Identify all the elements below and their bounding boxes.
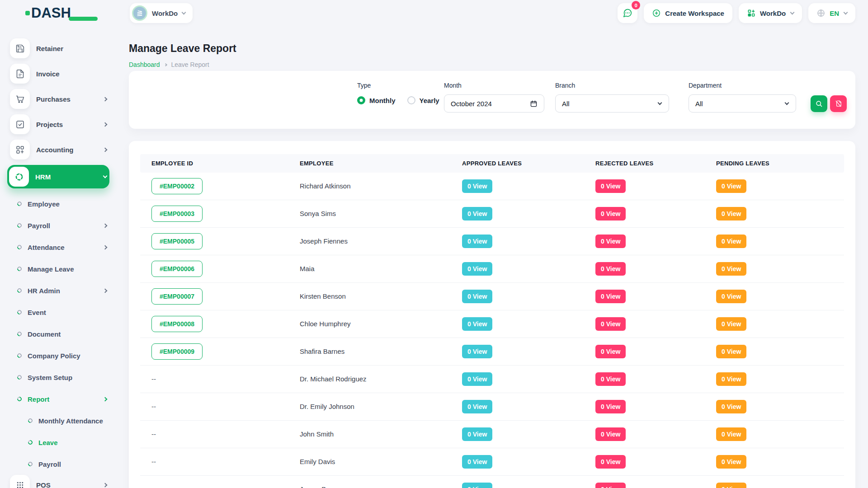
app-switcher-button[interactable]: WorkDo (739, 3, 802, 23)
topbar: DASH WorkDo 0 Create Workspace WorkDo EN (0, 0, 868, 26)
pending-leaves-view-badge[interactable]: 0 View (716, 483, 746, 488)
sidebar-subitem-payroll[interactable]: Payroll (0, 453, 109, 475)
rejected-leaves-view-badge[interactable]: 0 View (595, 207, 626, 221)
employee-id-badge[interactable]: #EMP00007 (151, 288, 203, 305)
rejected-leaves-view-badge[interactable]: 0 View (595, 290, 626, 303)
breadcrumb-dashboard-link[interactable]: Dashboard (129, 61, 160, 68)
employee-id-badge[interactable]: #EMP00009 (151, 343, 203, 360)
search-button[interactable] (811, 95, 827, 112)
table-row: #EMP00008Chloe Humphrey0 View0 View0 Vie… (140, 310, 844, 338)
pending-leaves-view-badge[interactable]: 0 View (716, 179, 746, 193)
sidebar-item-pos[interactable]: POS (10, 475, 109, 488)
rejected-leaves-view-badge[interactable]: 0 View (595, 400, 626, 413)
rejected-leaves-view-badge[interactable]: 0 View (595, 455, 626, 469)
yearly-radio-option[interactable]: Yearly (407, 96, 439, 104)
sidebar-subitem-company-policy[interactable]: Company Policy (0, 345, 109, 366)
employee-id-badge[interactable]: #EMP00005 (151, 233, 203, 249)
monthly-radio-option[interactable]: Monthly (357, 96, 396, 104)
approved-leaves-view-badge[interactable]: 0 View (462, 427, 492, 441)
chevron-right-icon (103, 483, 108, 487)
rejected-leaves-view-badge[interactable]: 0 View (595, 345, 626, 358)
chevron-down-icon (103, 174, 108, 178)
sidebar-subitem-hr-admin[interactable]: HR Admin (0, 280, 109, 301)
approved-leaves-view-badge[interactable]: 0 View (462, 235, 492, 248)
sidebar-subitem-system-setup[interactable]: System Setup (0, 366, 109, 388)
sidebar-subitem-event[interactable]: Event (0, 301, 109, 323)
rejected-leaves-view-badge[interactable]: 0 View (595, 317, 626, 331)
employee-name: Kirsten Benson (300, 292, 346, 300)
rejected-leaves-view-badge[interactable]: 0 View (595, 372, 626, 386)
create-workspace-button[interactable]: Create Workspace (644, 3, 732, 23)
search-icon (815, 100, 823, 108)
logo-text: DASH (31, 6, 71, 20)
pending-leaves-view-badge[interactable]: 0 View (716, 372, 746, 386)
bullet-icon (16, 309, 23, 315)
approved-leaves-view-badge[interactable]: 0 View (462, 179, 492, 193)
language-button[interactable]: EN (808, 3, 855, 23)
bullet-icon (16, 352, 23, 359)
sidebar-subitem-monthly-attendance[interactable]: Monthly Attendance (0, 410, 109, 432)
employee-id-badge[interactable]: #EMP00002 (151, 178, 203, 194)
employee-name: Joseph Fiennes (300, 237, 348, 245)
pending-leaves-view-badge[interactable]: 0 View (716, 235, 746, 248)
pending-leaves-view-badge[interactable]: 0 View (716, 207, 746, 221)
employee-id-badge[interactable]: #EMP00008 (151, 316, 203, 332)
approved-leaves-view-badge[interactable]: 0 View (462, 455, 492, 469)
employee-id-badge[interactable]: #EMP00003 (151, 206, 203, 222)
table-row: --Emily Davis0 View0 View0 View (140, 448, 844, 476)
reset-filter-button[interactable] (830, 95, 847, 112)
approved-leaves-view-badge[interactable]: 0 View (462, 345, 492, 358)
file-off-icon (835, 100, 842, 108)
sidebar-subitem-manage-leave[interactable]: Manage Leave (0, 258, 109, 280)
approved-leaves-view-badge[interactable]: 0 View (462, 262, 492, 276)
workspace-name: WorkDo (152, 9, 178, 17)
department-select[interactable]: All (689, 94, 796, 113)
rejected-leaves-view-badge[interactable]: 0 View (595, 483, 626, 488)
table-row: #EMP00002Richard Atkinson0 View0 View0 V… (140, 173, 844, 200)
sidebar-item-invoice[interactable]: Invoice (10, 64, 109, 84)
rejected-leaves-view-badge[interactable]: 0 View (595, 179, 626, 193)
sidebar-subitem-leave[interactable]: Leave (0, 432, 109, 453)
pending-leaves-view-badge[interactable]: 0 View (716, 262, 746, 276)
approved-leaves-view-badge[interactable]: 0 View (462, 400, 492, 413)
approved-leaves-view-badge[interactable]: 0 View (462, 290, 492, 303)
sidebar-subitem-attendance[interactable]: Attendance (0, 236, 109, 258)
dash-logo[interactable]: DASH (25, 6, 71, 20)
chevron-right-icon (103, 223, 108, 228)
pending-leaves-view-badge[interactable]: 0 View (716, 345, 746, 358)
sidebar-subitem-payroll[interactable]: Payroll (0, 215, 109, 236)
pending-leaves-view-badge[interactable]: 0 View (716, 400, 746, 413)
sidebar-item-accounting[interactable]: Accounting (10, 140, 109, 160)
rejected-leaves-view-badge[interactable]: 0 View (595, 262, 626, 276)
approved-leaves-view-badge[interactable]: 0 View (462, 483, 492, 488)
sidebar-subitem-report[interactable]: Report (0, 388, 109, 410)
sidebar-subitem-document[interactable]: Document (0, 323, 109, 345)
approved-leaves-view-badge[interactable]: 0 View (462, 317, 492, 331)
pending-leaves-view-badge[interactable]: 0 View (716, 290, 746, 303)
sidebar-item-hrm[interactable]: HRM (7, 165, 109, 188)
employee-id-badge[interactable]: #EMP00006 (151, 261, 203, 277)
pending-leaves-view-badge[interactable]: 0 View (716, 455, 746, 469)
approved-leaves-view-badge[interactable]: 0 View (462, 372, 492, 386)
sidebar-item-purchases[interactable]: Purchases (10, 89, 109, 109)
table-row: --Dr. Emily Johnson0 View0 View0 View (140, 393, 844, 421)
employee-id-empty: -- (151, 375, 156, 383)
column-header-employee-id: EMPLOYEE ID (140, 160, 288, 167)
branch-filter-group: Branch All (555, 82, 669, 113)
branch-select[interactable]: All (555, 94, 669, 113)
pending-leaves-view-badge[interactable]: 0 View (716, 427, 746, 441)
messages-button[interactable]: 0 (618, 3, 637, 23)
employee-id-empty: -- (151, 430, 156, 438)
chevron-down-icon (790, 10, 795, 15)
month-date-input[interactable]: October 2024 (444, 94, 544, 113)
rejected-leaves-view-badge[interactable]: 0 View (595, 235, 626, 248)
sidebar-subitem-employee[interactable]: Employee (0, 193, 109, 215)
rejected-leaves-view-badge[interactable]: 0 View (595, 427, 626, 441)
employee-name: Sonya Sims (300, 210, 336, 217)
month-label: Month (444, 82, 544, 89)
sidebar-item-projects[interactable]: Projects (10, 114, 109, 134)
approved-leaves-view-badge[interactable]: 0 View (462, 207, 492, 221)
workspace-selector[interactable]: WorkDo (130, 3, 193, 23)
sidebar-item-retainer[interactable]: Retainer (10, 38, 109, 58)
pending-leaves-view-badge[interactable]: 0 View (716, 317, 746, 331)
